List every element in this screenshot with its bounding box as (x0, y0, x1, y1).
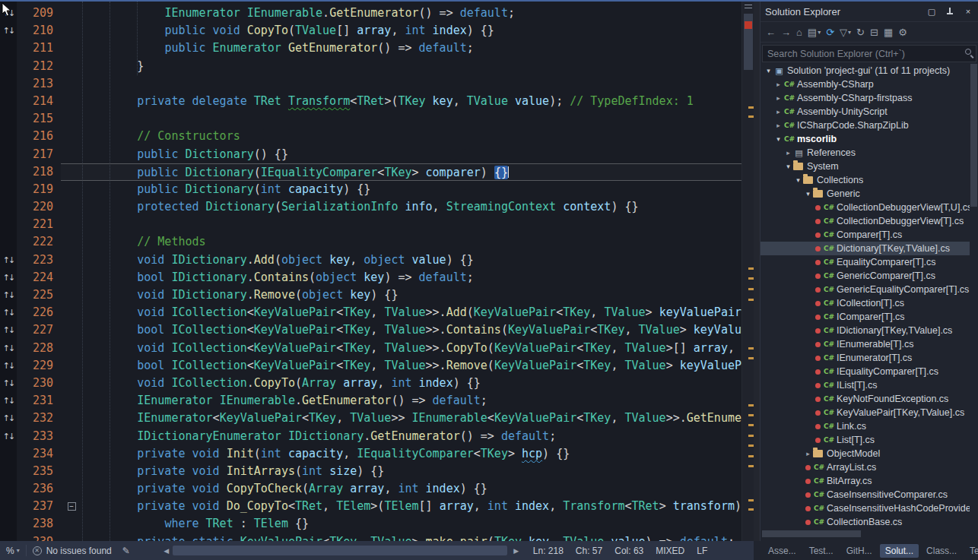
tree-item[interactable]: C#IEnumerator[T].cs (760, 351, 970, 365)
code-line[interactable]: ↑↓210 public void CopyTo(TValue[] array,… (0, 22, 741, 40)
line-number[interactable]: 225 (17, 286, 61, 304)
tree-item[interactable]: ▾System (760, 160, 970, 173)
tree-item[interactable]: C#IEqualityComparer[T].cs (760, 365, 970, 378)
code-line[interactable]: ↑↓224 bool IDictionary.Contains(object k… (0, 269, 741, 286)
line-content[interactable]: void ICollection<KeyValuePair<TKey, TVal… (61, 304, 741, 321)
code-text[interactable]: IDictionaryEnumerator IDictionary.GetEnu… (82, 428, 741, 445)
tool-window-tab[interactable]: Asse... (763, 544, 802, 558)
line-content[interactable]: public Enumerator GetEnumerator() => def… (61, 40, 741, 57)
editor-vertical-scrollbar[interactable] (741, 2, 754, 541)
code-line[interactable]: 235 private void InitArrays(int size) {} (0, 463, 741, 480)
code-text[interactable]: // Methods (82, 233, 741, 251)
line-number[interactable]: 232 (17, 410, 61, 427)
line-content[interactable]: bool ICollection<KeyValuePair<TKey, TVal… (61, 321, 741, 339)
code-text[interactable]: IEnumerator IEnumerable.GetEnumerator() … (82, 392, 741, 410)
code-line[interactable]: ↑↓209 IEnumerator IEnumerable.GetEnumera… (0, 5, 741, 22)
code-line[interactable]: 234 private void Init(int capacity, IEqu… (0, 445, 741, 463)
implements-interface-icon[interactable]: ↑↓ (0, 269, 17, 286)
code-line[interactable]: 214 private delegate TRet Transform<TRet… (0, 93, 741, 110)
window-position-icon[interactable]: ▢ (926, 6, 937, 17)
code-text[interactable] (82, 216, 741, 233)
line-number[interactable]: 214 (17, 93, 61, 110)
tool-window-tab[interactable]: Class... (921, 544, 962, 558)
line-content[interactable] (61, 216, 741, 233)
close-icon[interactable]: × (963, 6, 973, 17)
forward-icon[interactable]: → (781, 27, 791, 38)
scrollbar-thumb[interactable] (762, 530, 861, 537)
line-number[interactable]: 238 (17, 515, 61, 533)
code-text[interactable]: where TRet : TElem {} (82, 515, 741, 533)
tree-item[interactable]: C#IDictionary[TKey,TValue].cs (760, 324, 970, 337)
line-number[interactable]: 210 (17, 22, 61, 40)
line-number[interactable]: 211 (17, 40, 61, 57)
code-lines[interactable]: ↑↓209 IEnumerator IEnumerable.GetEnumera… (0, 2, 741, 541)
tool-window-tab[interactable]: Solut... (880, 544, 919, 558)
tree-item[interactable]: ▸C#Assembly-CSharp (760, 78, 970, 91)
code-text[interactable]: bool ICollection<KeyValuePair<TKey, TVal… (82, 357, 741, 375)
editor-horizontal-scrollbar[interactable]: ◀ ▶ (162, 546, 521, 556)
line-number[interactable]: 229 (17, 357, 61, 375)
code-line[interactable]: ↑↓229 bool ICollection<KeyValuePair<TKey… (0, 357, 741, 375)
line-content[interactable] (61, 75, 741, 93)
tree-item[interactable]: C#CollectionDebuggerView[T,U].cs (760, 201, 970, 214)
line-number[interactable]: 234 (17, 445, 61, 463)
line-number[interactable]: 239 (17, 533, 61, 541)
chevron-collapsed-icon[interactable]: ▸ (773, 81, 783, 88)
code-line[interactable]: ↑↓225 void IDictionary.Remove(object key… (0, 286, 741, 304)
scroll-left-icon[interactable]: ◀ (162, 547, 171, 555)
code-line[interactable]: 213 (0, 75, 741, 93)
tree-item[interactable]: C#CollectionBase.cs (760, 515, 970, 529)
search-input[interactable] (762, 45, 976, 62)
code-line[interactable]: 221 (0, 216, 741, 233)
collapse-all-icon[interactable]: ⊟ (870, 27, 878, 38)
line-number[interactable]: 237 (17, 498, 61, 515)
code-text[interactable]: public Dictionary() {} (82, 146, 741, 163)
line-number[interactable]: 215 (17, 110, 61, 128)
code-text[interactable]: private void CopyToCheck(Array array, in… (82, 480, 741, 498)
line-number[interactable]: 228 (17, 340, 61, 357)
implements-interface-icon[interactable]: ↑↓ (0, 428, 17, 445)
tree-item[interactable]: C#CaseInsensitiveComparer.cs (760, 488, 970, 501)
code-line[interactable]: ↑↓232 IEnumerator<KeyValuePair<TKey, TVa… (0, 410, 741, 427)
implements-interface-icon[interactable]: ↑↓ (0, 357, 17, 375)
line-content[interactable]: public Dictionary() {} (61, 146, 741, 163)
implements-interface-icon[interactable]: ↑↓ (0, 340, 17, 357)
chevron-collapsed-icon[interactable]: ▸ (773, 108, 783, 115)
implements-interface-icon[interactable]: ↑↓ (0, 22, 17, 40)
implements-interface-icon[interactable]: ↑↓ (0, 286, 17, 304)
tree-item[interactable]: ▾Collections (760, 173, 970, 187)
code-line[interactable]: ↑↓223 void IDictionary.Add(object key, o… (0, 252, 741, 269)
code-line[interactable]: ↑↓231 IEnumerator IEnumerable.GetEnumera… (0, 392, 741, 410)
code-text[interactable]: void IDictionary.Add(object key, object … (82, 252, 741, 269)
line-content[interactable]: public Dictionary(int capacity) {} (61, 181, 741, 198)
code-text[interactable]: void IDictionary.Remove(object key) {} (82, 286, 741, 304)
tree-item[interactable]: C#BitArray.cs (760, 474, 970, 488)
code-text[interactable]: IEnumerator<KeyValuePair<TKey, TValue>> … (82, 410, 741, 427)
code-text[interactable]: void ICollection<KeyValuePair<TKey, TVal… (82, 340, 741, 357)
scroll-right-icon[interactable]: ▶ (512, 547, 521, 555)
code-line[interactable]: 218 public Dictionary(IEqualityComparer<… (0, 163, 741, 181)
code-text[interactable]: protected Dictionary(SerializationInfo i… (82, 198, 741, 216)
implements-interface-icon[interactable]: ↑↓ (0, 304, 17, 321)
code-line[interactable]: ↑↓233 IDictionaryEnumerator IDictionary.… (0, 428, 741, 445)
line-content[interactable]: bool ICollection<KeyValuePair<TKey, TVal… (61, 357, 741, 375)
tree-item[interactable]: C#Dictionary[TKey,TValue].cs (760, 242, 970, 255)
line-number[interactable]: 216 (17, 128, 61, 145)
scrollbar-thumb[interactable] (970, 64, 977, 207)
show-all-files-icon[interactable]: ▦ (884, 27, 893, 38)
code-line[interactable]: 219 public Dictionary(int capacity) {} (0, 181, 741, 198)
tree-item[interactable]: ▾C#mscorlib (760, 132, 970, 146)
code-line[interactable]: 236 private void CopyToCheck(Array array… (0, 480, 741, 498)
search-icon[interactable] (965, 49, 971, 55)
code-line[interactable]: 237− private void Do_CopyTo<TRet, TElem>… (0, 498, 741, 515)
code-line[interactable]: 220 protected Dictionary(SerializationIn… (0, 198, 741, 216)
panel-splitter[interactable] (754, 2, 760, 541)
tree-item[interactable]: C#EqualityComparer[T].cs (760, 255, 970, 269)
code-text[interactable] (82, 110, 741, 128)
code-line[interactable]: ↑↓228 void ICollection<KeyValuePair<TKey… (0, 340, 741, 357)
line-content[interactable]: private void Init(int capacity, IEqualit… (61, 445, 741, 463)
code-line[interactable]: ↑↓230 void ICollection.CopyTo(Array arra… (0, 375, 741, 392)
code-line[interactable]: 216 // Constructors (0, 128, 741, 145)
code-text[interactable]: void ICollection<KeyValuePair<TKey, TVal… (82, 304, 741, 321)
chevron-collapsed-icon[interactable]: ▸ (773, 94, 783, 102)
